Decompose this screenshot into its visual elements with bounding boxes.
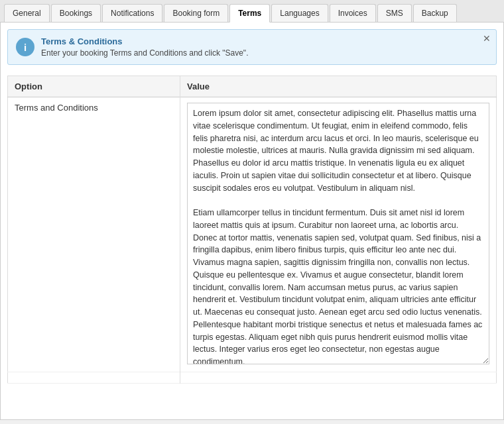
col-option-header: Option	[8, 76, 180, 97]
tab-booking-form[interactable]: Booking form	[164, 4, 228, 22]
tabs-bar: General Bookings Notifications Booking f…	[0, 0, 504, 23]
terms-textarea[interactable]: Lorem ipsum dolor sit amet, consectetur …	[187, 103, 489, 364]
tab-sms[interactable]: SMS	[377, 4, 412, 22]
table-header-row: Option Value	[8, 76, 497, 97]
tab-bookings[interactable]: Bookings	[51, 4, 101, 22]
banner-description: Enter your booking Terms and Conditions …	[41, 48, 248, 58]
tab-languages[interactable]: Languages	[271, 4, 328, 22]
info-banner: i Terms & Conditions Enter your booking …	[7, 29, 497, 65]
content-area: i Terms & Conditions Enter your booking …	[0, 23, 504, 420]
bottom-left-cell	[8, 372, 180, 384]
tab-backup[interactable]: Backup	[413, 4, 457, 22]
tab-general[interactable]: General	[4, 4, 50, 22]
col-value-header: Value	[180, 76, 497, 97]
info-text: Terms & Conditions Enter your booking Te…	[41, 36, 248, 58]
tab-notifications[interactable]: Notifications	[102, 4, 162, 22]
banner-title: Terms & Conditions	[41, 36, 248, 46]
option-value-cell: Lorem ipsum dolor sit amet, consectetur …	[180, 97, 497, 372]
banner-close-button[interactable]: ✕	[483, 34, 491, 43]
info-icon: i	[16, 38, 34, 56]
bottom-right-cell	[180, 372, 497, 384]
table-row: Terms and Conditions Lorem ipsum dolor s…	[8, 97, 497, 372]
options-table: Option Value Terms and Conditions Lorem …	[7, 76, 497, 384]
bottom-row	[8, 372, 497, 384]
option-label: Terms and Conditions	[8, 97, 180, 372]
tab-invoices[interactable]: Invoices	[330, 4, 376, 22]
tab-terms[interactable]: Terms	[229, 4, 270, 23]
